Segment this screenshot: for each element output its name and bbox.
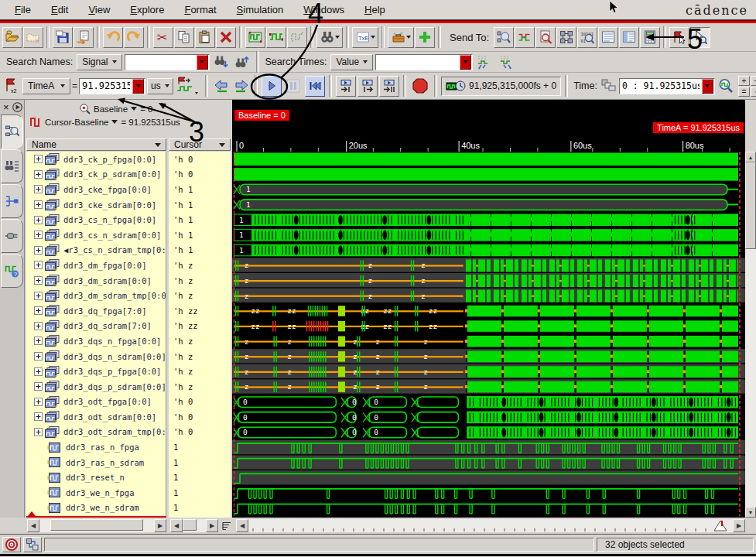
expand-icon[interactable] [34,170,43,179]
signal-row[interactable]: ddr3_dqs_n_sdram[0:0] [26,349,166,364]
search-time-forward-button[interactable] [475,53,494,71]
send-to-calculator-button[interactable] [640,27,660,48]
time-value-history-button[interactable] [132,79,144,94]
expand-icon[interactable] [34,246,43,255]
find-next-button[interactable] [212,53,231,71]
signal-row[interactable]: ddr3_we_n_fpga [26,485,166,501]
baseline-badge[interactable]: Baseline = 0 [234,110,289,121]
name-column-header[interactable]: Name [26,138,166,151]
search-names-history-button[interactable] [197,55,208,70]
tab-schematic-tracer[interactable] [1,184,23,218]
menu-help[interactable]: Help [354,2,395,18]
time-range-mode-icon[interactable] [600,77,617,95]
expand-icon[interactable] [34,292,43,300]
expand-icon[interactable] [34,231,43,239]
signal-row[interactable]: ddr3_cs_n_fpga[0:0] [26,212,166,227]
time-unit-dropdown[interactable]: us [147,78,173,94]
signal-name-column[interactable]: ddr3_ck_p_fpga[0:0]ddr3_ck_p_sdram[0:0]d… [26,152,166,518]
baseline-label[interactable]: Baseline [94,104,128,114]
timea-badge[interactable]: TimeA = 91.925315us [653,122,744,133]
scroll-left-button[interactable]: ◀ [236,519,248,532]
time-value-combo[interactable] [79,78,145,94]
next-edge-button[interactable] [232,77,251,95]
menu-edit[interactable]: Edit [41,2,78,18]
scroll-right-button[interactable]: ▶ [154,519,166,532]
search-times-input[interactable] [376,55,460,70]
menu-file[interactable]: File [5,2,41,18]
expand-icon[interactable] [34,382,43,391]
reset-simulation-button[interactable] [305,76,325,97]
stop-simulation-button[interactable] [410,76,430,97]
zoom-in-button[interactable]: + [738,76,750,86]
expand-icon[interactable] [34,352,43,361]
expand-icon[interactable] [34,185,43,193]
run-to-time-button[interactable] [357,76,378,97]
cursor-baseline-icon[interactable] [29,117,42,127]
menu-view[interactable]: View [78,2,120,18]
scroll-left-button[interactable]: ◀ [170,519,183,532]
signal-row[interactable]: ddr3_odt_sdram[0:0] [26,409,166,425]
cursor-column-header[interactable]: Cursor [169,138,231,151]
vscroll-track[interactable] [745,249,756,507]
search-times-combo[interactable] [375,54,473,70]
go-to-cursor-button[interactable] [175,77,201,95]
waveform-vscrollbar[interactable]: ▲ ▼ [745,100,756,518]
undo-button[interactable] [103,27,123,48]
expand-icon[interactable] [34,200,43,209]
signal-value-column[interactable]: 'h 0'h 0'h 1'h 1'h 1'h 1'h 1'h z'h z'h z… [169,152,231,518]
expand-icon[interactable] [34,337,43,345]
expand-icon[interactable] [34,412,43,421]
time-value-input[interactable] [80,79,132,94]
signal-row[interactable]: ddr3_dq_sdram[7:0] [26,319,166,334]
scroll-left-button[interactable]: ◀ [27,519,39,532]
send-to-list-button[interactable] [598,27,618,48]
target-icon[interactable] [2,537,21,552]
workspace-icon[interactable] [23,537,42,552]
hscroll-thumb[interactable] [183,519,197,531]
tab-connectivity[interactable] [1,219,23,253]
send-to-source-button[interactable] [535,27,556,48]
signal-row[interactable]: ddr3_cs_n_sdram[0:0] [26,227,166,243]
search-names-input[interactable] [125,55,197,70]
cursor-select-dropdown[interactable]: TimeA [22,78,70,94]
time-axis[interactable]: 020us40us60us80us [232,138,745,152]
save-button[interactable] [53,27,73,48]
signal-row[interactable]: ddr3_ras_n_fpga [26,439,166,455]
signal-row[interactable]: ddr3_ras_n_sdram [26,455,166,470]
signal-row[interactable]: ddr3_dm_fpga[0:0] [26,258,166,273]
signal-row[interactable]: ddr3_reset_n [26,470,166,485]
expand-icon[interactable] [34,428,43,436]
expand-icon[interactable] [34,367,43,376]
value-hscrollbar[interactable]: ◀ ▶ [170,519,218,532]
menu-format[interactable]: Format [174,2,226,18]
create-bus-button[interactable] [266,27,286,48]
signal-row[interactable]: ddr3_dq_fpga[7:0] [26,303,166,319]
tab-find-objects[interactable] [1,149,23,183]
open-file-button[interactable] [74,27,94,48]
signal-row[interactable]: ddr3_dm_sdram[0:0] [26,273,166,289]
signal-row[interactable]: ddr3_dm_sdram_tmp[0:0] [26,288,166,303]
menu-simulation[interactable]: Simulation [227,2,294,18]
scroll-right-button[interactable]: ▶ [206,519,218,532]
scroll-down-button[interactable]: ▼ [745,507,756,518]
send-to-schematic-button[interactable] [556,27,576,48]
search-times-type-dropdown[interactable]: Value [330,54,373,70]
text-expression-button[interactable]: TxE [352,27,378,48]
signal-row[interactable]: ddr3_we_n_sdram [26,501,166,516]
tab-signal-help[interactable]: ? [1,254,23,288]
signal-row[interactable]: ddr3_dqs_p_fpga[0:0] [26,364,166,379]
signal-row[interactable]: ddr3_odt_fpga[0:0] [26,395,166,410]
redo-button[interactable] [124,27,144,48]
add-button[interactable] [415,27,435,48]
menu-explore[interactable]: Explore [120,2,174,18]
detach-pane-button[interactable] [12,102,22,112]
cursor-baseline-label[interactable]: Cursor-Baseline [45,118,108,127]
expand-sequence-button[interactable] [245,27,265,48]
vscroll-thumb[interactable] [745,162,756,249]
hscroll-marker[interactable] [713,519,730,532]
expand-icon[interactable] [34,261,43,269]
expand-icon[interactable] [34,276,43,285]
expand-icon[interactable] [34,306,43,315]
tab-hierarchy-search[interactable] [1,114,23,149]
name-hscrollbar[interactable]: ◀ ▶ [27,519,166,532]
